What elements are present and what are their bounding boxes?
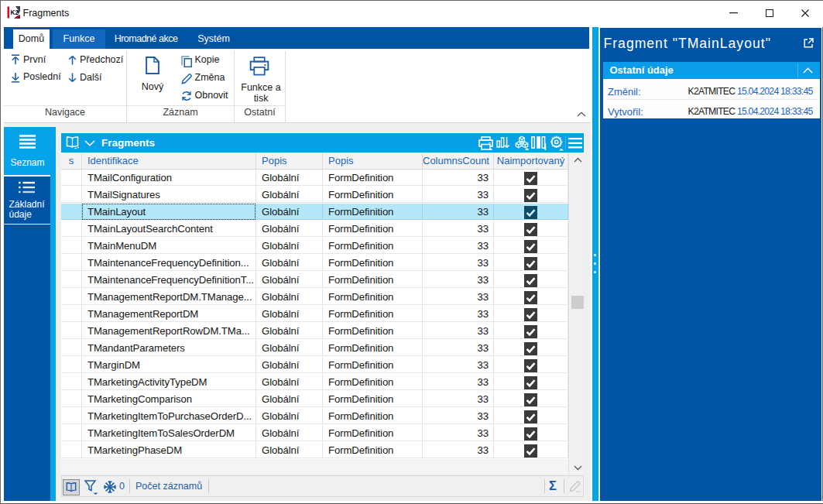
svg-text:K2: K2 <box>10 9 19 16</box>
